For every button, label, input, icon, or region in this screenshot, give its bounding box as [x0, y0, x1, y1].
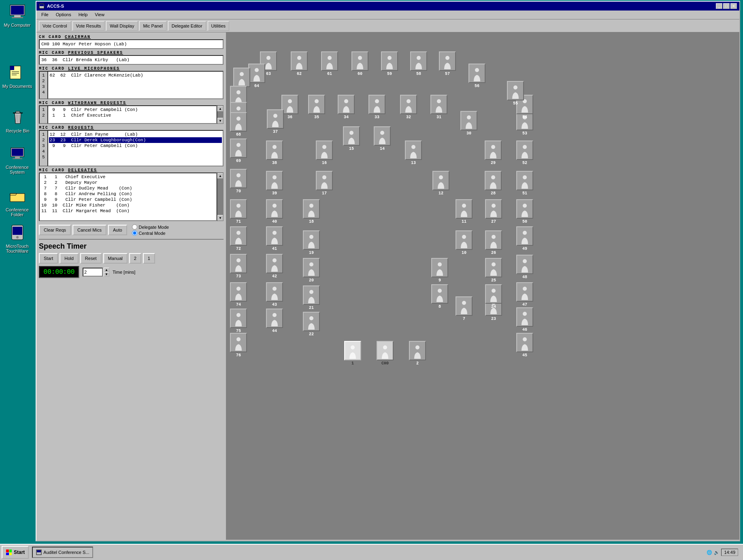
auto-btn[interactable]: Auto [108, 225, 127, 235]
seat-75[interactable]: 75 [230, 309, 247, 333]
requests-row-3[interactable]: 9 9 Cllr Peter Campbell (Con) [49, 143, 222, 149]
seat-74[interactable]: 74 [230, 282, 247, 307]
seat-39[interactable]: 39 [266, 171, 283, 196]
requests-row-2[interactable]: 23 23 Cllr Derek Loughborough(Con) [49, 137, 222, 143]
seat-35[interactable]: 35 [308, 95, 325, 119]
desktop-icon-microtouch[interactable]: MicroTouch TouchWare [2, 223, 32, 253]
seat-55[interactable]: 55 [507, 81, 524, 106]
seat-47[interactable]: 47 [516, 282, 533, 307]
seat-71[interactable]: 71 [230, 199, 247, 224]
del-scroll-up-btn[interactable]: ▲ [217, 173, 223, 179]
withdrawn-scrollbar[interactable]: ▲ ▼ [217, 105, 224, 124]
seat-29[interactable]: 29 [485, 141, 502, 165]
seat-49[interactable]: 49 [516, 226, 533, 251]
utilities-btn[interactable]: Utilities [208, 21, 229, 31]
seat-50[interactable]: 50 [516, 199, 533, 224]
desktop-icon-my-computer[interactable]: My Computer [2, 2, 32, 28]
seat-27[interactable]: 27 [485, 199, 502, 224]
seat-24[interactable]: 24 [485, 284, 502, 309]
seat-68[interactable]: 68 [230, 112, 247, 137]
delegate-row-8[interactable]: 8 8 Cllr Andrew Pelling (Con) [40, 191, 215, 197]
start-button[interactable]: Start [2, 546, 29, 559]
cancel-mics-btn[interactable]: Cancel Mics [72, 225, 106, 235]
delegate-row-9[interactable]: 9 9 Cllr Peter Campbell (Con) [40, 197, 215, 202]
maximize-button[interactable]: □ [723, 3, 730, 9]
seat-41[interactable]: 41 [266, 226, 283, 251]
taskbar-app-item[interactable]: Auditel Conference S... [32, 547, 93, 558]
seat-44[interactable]: 44 [266, 309, 283, 333]
seat-15[interactable]: 15 [343, 126, 360, 151]
menu-help[interactable]: Help [75, 11, 91, 18]
seat-28[interactable]: 28 [485, 171, 502, 196]
requests-row-1[interactable]: 12 12 Cllr Ian Payne (Lab) [49, 132, 222, 137]
seat-62[interactable]: 62 [291, 51, 308, 76]
seat-69[interactable]: 69 [230, 138, 247, 163]
minimize-button[interactable]: _ [716, 3, 722, 9]
time-spinner-input[interactable] [83, 268, 103, 277]
seat-48[interactable]: 48 [516, 255, 533, 279]
delegate-row-7[interactable]: 7 7 Cllr Dudley Mead (Con) [40, 185, 215, 191]
seat-1[interactable]: 1 [344, 341, 361, 366]
desktop-icon-conference-folder[interactable]: Conference Folder [2, 186, 32, 217]
seat-17[interactable]: 17 [316, 171, 333, 196]
seat-42[interactable]: 42 [266, 254, 283, 279]
timer-start-btn[interactable]: Start [39, 253, 58, 264]
delegate-row-2[interactable]: 2 2 Deputy Mayor [40, 180, 215, 185]
seat-cho[interactable]: CH0 [377, 341, 394, 366]
seat-16[interactable]: 16 [316, 141, 333, 165]
seat-57[interactable]: 57 [439, 51, 456, 76]
seat-25[interactable]: 25 [485, 258, 502, 283]
delegate-mode-radio[interactable] [132, 224, 137, 230]
seat-19[interactable]: 19 [303, 230, 320, 255]
timer-btn2[interactable]: 2 [129, 253, 141, 264]
central-mode-item[interactable]: Central Mode [132, 230, 169, 236]
menu-file[interactable]: File [38, 11, 52, 18]
seat-72[interactable]: 72 [230, 226, 247, 251]
seat-38[interactable]: 38 [266, 141, 283, 165]
menu-view[interactable]: View [92, 11, 108, 18]
spinner-down-btn[interactable]: ▼ [104, 272, 109, 277]
seat-61[interactable]: 61 [321, 51, 338, 76]
scroll-up-btn[interactable]: ▲ [217, 106, 223, 111]
seat-58[interactable]: 58 [410, 51, 427, 76]
seat-8[interactable]: 8 [431, 284, 448, 309]
delegate-row-10[interactable]: 10 10 Cllr Mike Fisher (Con) [40, 202, 215, 208]
seat-76[interactable]: 76 [230, 333, 247, 358]
seat-2[interactable]: 2 [409, 341, 426, 366]
seat-7[interactable]: 7 [456, 296, 473, 321]
vote-control-btn[interactable]: Vote Control [39, 21, 71, 31]
seat-26[interactable]: 26 [485, 230, 502, 255]
desktop-icon-my-documents[interactable]: My Documents [2, 63, 32, 89]
seat-70[interactable]: 70 [230, 169, 247, 194]
seat-9[interactable]: 9 [431, 258, 448, 283]
close-button[interactable]: ✕ [730, 3, 737, 9]
seat-10[interactable]: 10 [456, 230, 473, 255]
seat-43[interactable]: 43 [266, 282, 283, 307]
clear-reqs-btn[interactable]: Clear Reqs [39, 225, 71, 235]
timer-btn1[interactable]: 1 [143, 253, 155, 264]
desktop-icon-conference-system[interactable]: Conference System [2, 144, 32, 175]
vote-results-btn[interactable]: Vote Results [72, 21, 105, 31]
seat-64[interactable]: 64 [248, 64, 265, 88]
timer-reset-btn[interactable]: Reset [80, 253, 102, 264]
withdrawn-row-2[interactable]: 1 1 Chief Executive [49, 113, 215, 118]
timer-manual-btn[interactable]: Manual [103, 253, 128, 264]
menu-options[interactable]: Options [53, 11, 75, 18]
del-scroll-down-btn[interactable]: ▼ [217, 215, 223, 221]
seat-36[interactable]: 36 [281, 95, 298, 119]
seat-30[interactable]: 30 [460, 111, 477, 136]
spinner-up-btn[interactable]: ▲ [104, 268, 109, 272]
seat-18[interactable]: 18 [303, 199, 320, 224]
delegate-row-1[interactable]: 1 1 Chief Executive [40, 174, 215, 180]
seat-73[interactable]: 73 [230, 254, 247, 279]
seat-21[interactable]: 21 [303, 285, 320, 310]
seat-40[interactable]: 40 [266, 199, 283, 224]
seat-34[interactable]: 34 [338, 95, 355, 119]
delegate-editor-btn[interactable]: Delegate Editor [168, 21, 206, 31]
desktop-icon-recycle-bin[interactable]: Recycle Bin [2, 107, 33, 133]
seat-37[interactable]: 37 [267, 109, 284, 134]
mic-panel-btn[interactable]: Mic Panel [139, 21, 166, 31]
seat-51[interactable]: 51 [516, 171, 533, 196]
seat-52[interactable]: 52 [516, 141, 533, 165]
seat-60[interactable]: 60 [351, 51, 368, 76]
